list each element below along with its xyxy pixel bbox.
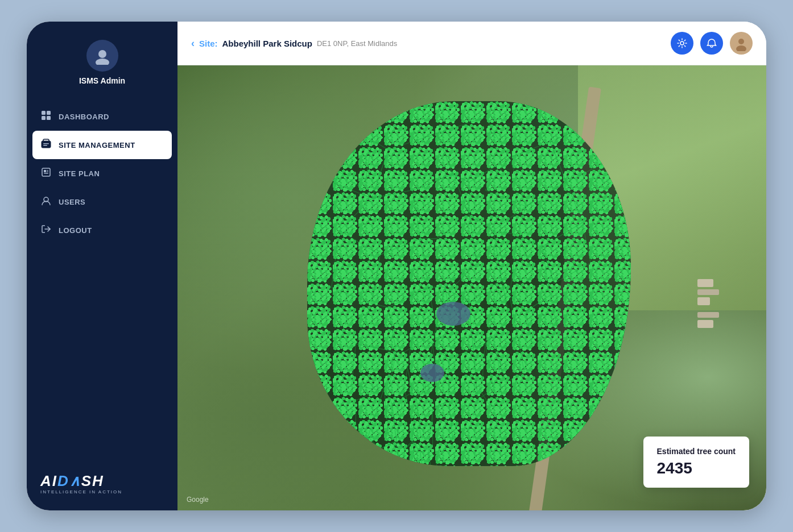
settings-button[interactable] — [671, 32, 693, 55]
site-management-icon — [40, 139, 52, 151]
map-container[interactable]: Google Estimated tree count 2435 — [177, 65, 766, 510]
svg-rect-11 — [44, 173, 48, 174]
svg-rect-10 — [44, 170, 46, 172]
site-address: DE1 0NP, East Midlands — [317, 39, 397, 48]
users-icon — [40, 196, 52, 208]
svg-rect-12 — [47, 170, 48, 172]
tree-network-overlay — [307, 101, 631, 466]
sidebar-item-site-management-label: SITE MANAGEMENT — [59, 141, 135, 149]
device-frame: ISMS Admin DASHBOARD — [27, 22, 766, 510]
map-background: Google Estimated tree count 2435 — [177, 65, 766, 510]
sidebar-item-logout-label: LOGOUT — [59, 226, 92, 235]
site-label: Site: — [199, 39, 218, 48]
app-container: ISMS Admin DASHBOARD — [27, 22, 766, 510]
main-content: ‹ Site: Abbeyhill Park Sidcup DE1 0NP, E… — [177, 22, 766, 510]
svg-rect-7 — [43, 143, 49, 144]
sidebar-avatar-icon — [86, 40, 118, 72]
logout-icon — [40, 224, 52, 236]
sidebar-item-logout[interactable]: LOGOUT — [27, 216, 177, 244]
sidebar-item-dashboard-label: DASHBOARD — [59, 113, 109, 121]
sidebar-nav: DASHBOARD SITE MANAGEMENT — [27, 97, 177, 462]
sidebar-item-site-management[interactable]: SITE MANAGEMENT — [32, 131, 172, 159]
back-button[interactable]: ‹ — [191, 38, 195, 49]
google-watermark: Google — [187, 496, 209, 504]
building-1 — [697, 279, 713, 287]
sidebar-profile: ISMS Admin — [27, 22, 177, 97]
sidebar-item-site-plan[interactable]: SITE PLAN — [27, 159, 177, 188]
pond-2 — [420, 364, 444, 382]
svg-point-15 — [680, 41, 684, 45]
svg-point-0 — [98, 50, 106, 58]
pond-1 — [436, 302, 470, 326]
svg-point-1 — [96, 59, 109, 65]
building-2 — [697, 289, 719, 295]
sidebar-item-dashboard[interactable]: DASHBOARD — [27, 102, 177, 131]
tree-canopy-area — [307, 101, 631, 466]
site-plan-icon — [40, 167, 52, 180]
building-4 — [697, 312, 719, 318]
notifications-button[interactable] — [700, 32, 723, 55]
building-3 — [697, 297, 710, 305]
sidebar-username: ISMS Admin — [79, 76, 125, 85]
top-bar-actions — [671, 32, 753, 55]
sidebar: ISMS Admin DASHBOARD — [27, 22, 177, 510]
sidebar-item-users-label: USERS — [59, 198, 85, 206]
svg-rect-4 — [42, 116, 46, 120]
sidebar-item-users[interactable]: USERS — [27, 188, 177, 216]
info-card: Estimated tree count 2435 — [643, 437, 749, 488]
svg-rect-3 — [47, 111, 51, 115]
svg-rect-6 — [42, 141, 51, 148]
building-5 — [697, 320, 713, 328]
logo-sub: INTELLIGENCE IN ACTION — [40, 489, 122, 494]
site-name: Abbeyhill Park Sidcup — [222, 39, 312, 48]
logo-text: AID∧SH — [40, 473, 104, 488]
building-cluster — [697, 279, 719, 328]
top-bar: ‹ Site: Abbeyhill Park Sidcup DE1 0NP, E… — [177, 22, 766, 65]
svg-rect-5 — [47, 116, 51, 120]
svg-rect-2 — [42, 111, 46, 115]
sidebar-logo: AID∧SH INTELLIGENCE IN ACTION — [27, 462, 177, 510]
breadcrumb: ‹ Site: Abbeyhill Park Sidcup DE1 0NP, E… — [191, 38, 397, 49]
info-card-value: 2435 — [657, 459, 736, 477]
sidebar-item-site-plan-label: SITE PLAN — [59, 169, 100, 178]
info-card-title: Estimated tree count — [657, 447, 736, 456]
svg-point-17 — [738, 39, 744, 44]
dashboard-icon — [40, 110, 52, 123]
svg-rect-8 — [43, 145, 47, 146]
user-avatar-button[interactable] — [730, 32, 753, 55]
